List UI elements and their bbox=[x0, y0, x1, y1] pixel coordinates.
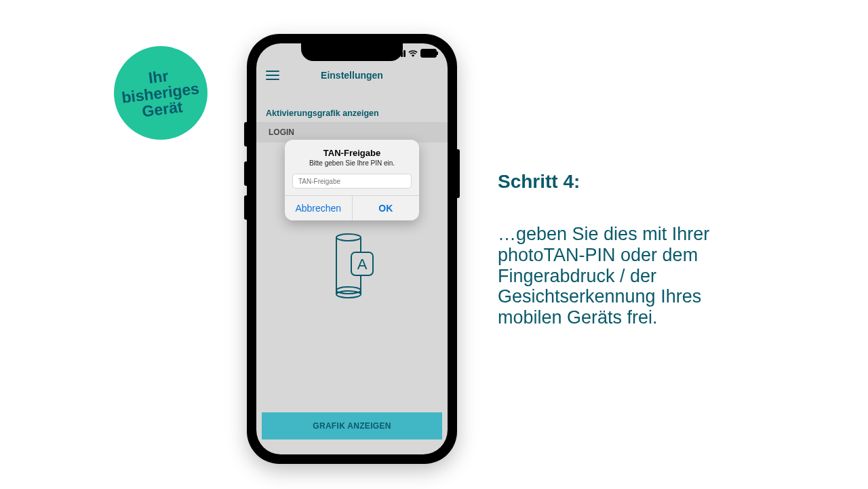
svg-point-0 bbox=[336, 234, 361, 241]
phone-screen: Einstellungen Aktivierungsgrafik anzeige… bbox=[256, 43, 448, 454]
login-label: LOGIN bbox=[269, 128, 294, 137]
dialog-buttons: Abbrechen OK bbox=[285, 195, 419, 220]
step-body: …geben Sie dies mit Ihrer photoTAN-PIN o… bbox=[498, 224, 722, 328]
hamburger-icon[interactable] bbox=[266, 71, 279, 80]
header-title: Einstellungen bbox=[256, 70, 448, 81]
ok-button[interactable]: OK bbox=[353, 196, 420, 220]
dialog-subtitle: Bitte geben Sie Ihre PIN ein. bbox=[285, 159, 419, 167]
cta-label: GRAFIK ANZEIGEN bbox=[313, 421, 391, 431]
show-graphic-button[interactable]: GRAFIK ANZEIGEN bbox=[262, 412, 442, 439]
battery-icon bbox=[420, 49, 437, 58]
phone-notch bbox=[301, 43, 403, 61]
phone-frame: Einstellungen Aktivierungsgrafik anzeige… bbox=[247, 34, 457, 464]
step-title: Schritt 4: bbox=[498, 171, 722, 193]
device-illustration-icon: A bbox=[328, 233, 376, 298]
cancel-button[interactable]: Abbrechen bbox=[285, 196, 353, 220]
device-badge: Ihr bisheriges Gerät bbox=[114, 46, 208, 140]
tan-dialog: TAN-Freigabe Bitte geben Sie Ihre PIN ei… bbox=[285, 140, 419, 220]
app-header: Einstellungen bbox=[256, 65, 448, 85]
pin-input[interactable] bbox=[292, 174, 412, 189]
dialog-title: TAN-Freigabe bbox=[285, 148, 419, 158]
section-label: Aktivierungsgrafik anzeigen bbox=[266, 109, 379, 118]
svg-text:A: A bbox=[357, 256, 368, 273]
device-badge-text: Ihr bisheriges Gerät bbox=[119, 64, 202, 122]
wifi-icon bbox=[408, 50, 418, 57]
instruction-column: Schritt 4: …geben Sie dies mit Ihrer pho… bbox=[498, 171, 722, 328]
